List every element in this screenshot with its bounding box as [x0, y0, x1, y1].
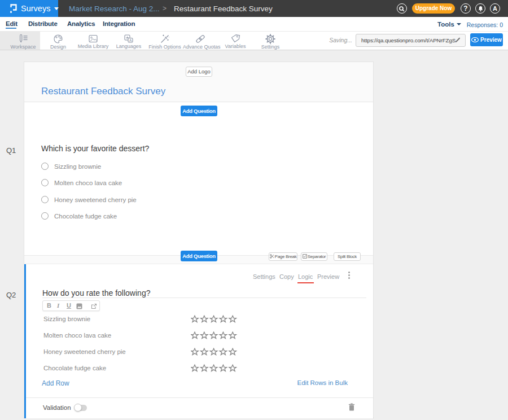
- svg-text:A: A: [129, 38, 132, 42]
